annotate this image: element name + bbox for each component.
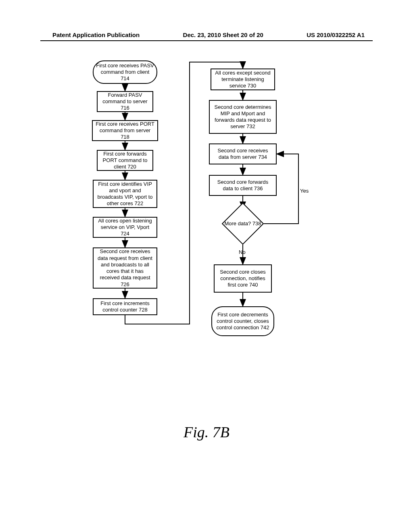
flowchart-canvas: First core receives PASV command from cl… <box>0 56 413 411</box>
page-header: Patent Application Publication Dec. 23, … <box>0 31 413 38</box>
node-738-text: More data? 738 <box>223 220 263 227</box>
node-716-process: Forward PASV command to server 716 <box>97 91 153 112</box>
node-742-terminator: First core decrements control counter, c… <box>211 306 274 336</box>
node-730-text: All cores except second terminate listen… <box>214 70 272 89</box>
node-730-process: All cores except second terminate listen… <box>211 69 275 90</box>
flowchart-connectors <box>0 56 413 411</box>
node-726-process: Second core receives data request from c… <box>93 247 157 289</box>
node-722-process: First core identifies VIP and vport and … <box>93 180 157 208</box>
node-720-text: First core forwards PORT command to clie… <box>100 151 150 170</box>
node-736-text: Second core forwards data to client 736 <box>212 179 273 192</box>
header-rule <box>40 40 373 41</box>
node-740-process: Second core closes connection, notifies … <box>214 264 272 293</box>
node-732-process: Second core determines MIP and Mport and… <box>209 100 277 134</box>
figure-label: Fig. 7B <box>0 423 413 441</box>
node-722-text: First core identifies VIP and vport and … <box>96 181 154 207</box>
node-742-text: First core decrements control counter, c… <box>215 312 271 331</box>
node-740-text: Second core closes connection, notifies … <box>217 269 269 289</box>
node-724-text: All cores open listening service on VIP,… <box>96 218 154 237</box>
node-738-decision: More data? 738 <box>222 209 264 239</box>
node-714-text: First core receives PASV command from cl… <box>96 62 154 82</box>
node-736-process: Second core forwards data to client 736 <box>209 175 277 196</box>
header-center: Dec. 23, 2010 Sheet 20 of 20 <box>183 31 263 38</box>
node-718-text: First core receives PORT command from se… <box>95 121 155 141</box>
edge-label-no: No <box>239 249 246 255</box>
node-718-process: First core receives PORT command from se… <box>92 120 158 141</box>
node-732-text: Second core determines MIP and Mport and… <box>212 104 273 130</box>
header-left: Patent Application Publication <box>52 31 140 38</box>
node-734-text: Second core receives data from server 73… <box>212 148 273 161</box>
node-716-text: Forward PASV command to server 716 <box>100 92 150 112</box>
node-728-process: First core increments control counter 72… <box>93 298 157 315</box>
node-720-process: First core forwards PORT command to clie… <box>97 150 153 171</box>
edge-label-yes: Yes <box>300 188 309 194</box>
header-right: US 2010/0322252 A1 <box>307 31 365 38</box>
node-728-text: First core increments control counter 72… <box>96 300 154 314</box>
node-724-process: All cores open listening service on VIP,… <box>93 217 157 238</box>
node-734-process: Second core receives data from server 73… <box>209 143 277 164</box>
node-714-terminator: First core receives PASV command from cl… <box>93 60 157 84</box>
node-726-text: Second core receives data request from c… <box>96 248 154 288</box>
